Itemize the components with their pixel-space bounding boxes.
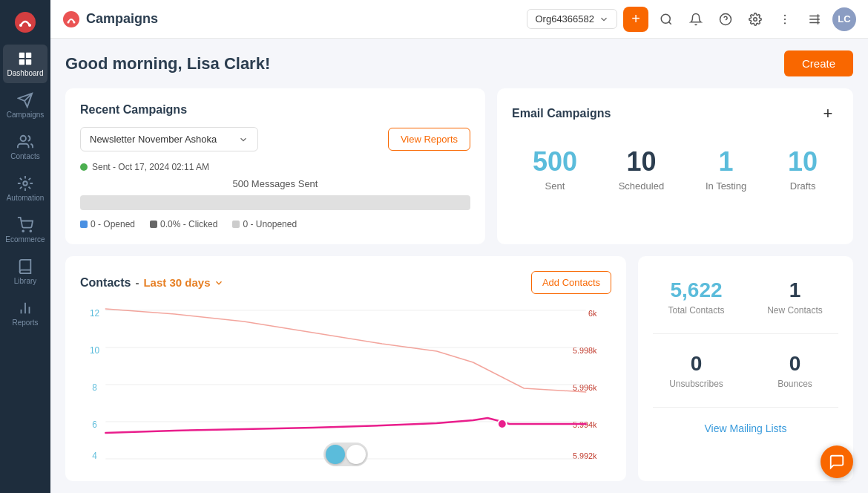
svg-point-23 — [784, 18, 786, 19]
help-button[interactable] — [714, 7, 737, 31]
chat-button[interactable] — [821, 445, 853, 478]
campaign-selector-row: Newsletter November Ashoka View Reports — [80, 127, 470, 151]
contacts-period-selector[interactable]: Last 30 days — [143, 276, 223, 289]
y-label-6: 6 — [92, 419, 97, 430]
create-button[interactable]: Create — [784, 50, 853, 76]
unopened-dot — [232, 221, 240, 228]
svg-point-21 — [754, 17, 757, 21]
email-stat-testing-label: In Testing — [706, 180, 746, 192]
pink-chart-line — [105, 418, 585, 433]
email-stat-scheduled-label: Scheduled — [619, 180, 664, 192]
email-stat-testing-value: 1 — [706, 146, 746, 177]
svg-point-16 — [73, 21, 76, 23]
svg-point-22 — [784, 14, 786, 16]
email-stat-sent: 500 Sent — [533, 146, 577, 192]
campaign-dropdown-value: Newsletter November Ashoka — [90, 134, 217, 145]
total-contacts-value: 5,622 — [653, 278, 740, 302]
svg-point-2 — [28, 24, 31, 27]
recent-campaigns-title: Recent Campaigns — [80, 103, 187, 117]
bell-icon — [689, 13, 703, 26]
sidebar-item-ecommerce[interactable]: Ecommerce — [3, 211, 47, 249]
messages-sent-label: 500 Messages Sent — [80, 178, 470, 189]
page-greeting: Good morning, Lisa Clark! — [65, 54, 270, 74]
contacts-card: Contacts - Last 30 days Add Contacts — [65, 256, 626, 481]
sidebar-item-library[interactable]: Library — [3, 252, 47, 291]
email-campaigns-card: Email Campaigns + 500 Sent 10 Scheduled … — [497, 88, 853, 244]
email-campaigns-add-button[interactable]: + — [818, 103, 838, 124]
email-stat-sent-label: Sent — [533, 180, 577, 192]
unopened-stat: 0 - Unopened — [232, 219, 297, 229]
quick-add-button[interactable]: + — [623, 7, 648, 32]
contacts-stats-grid: 5,622 Total Contacts 1 New Contacts — [653, 271, 838, 323]
view-mailing-lists-button[interactable]: View Mailing Lists — [653, 418, 838, 434]
svg-point-24 — [784, 22, 786, 24]
contacts-stats-grid-2: 0 Unsubscribes 0 Bounces — [653, 345, 838, 396]
email-stat-drafts: 10 Drafts — [788, 146, 818, 192]
clicked-label: 0.0% - Clicked — [160, 219, 217, 229]
settings-button[interactable] — [743, 7, 767, 31]
bounces-label: Bounces — [752, 379, 838, 389]
opened-dot — [80, 221, 88, 228]
app-logo[interactable] — [12, 9, 39, 36]
svg-rect-5 — [19, 59, 24, 65]
top-cards-row: Recent Campaigns Newsletter November Ash… — [65, 88, 853, 244]
org-name: Org64366582 — [535, 13, 594, 25]
new-contacts-label: New Contacts — [752, 305, 838, 316]
email-stat-sent-value: 500 — [533, 146, 577, 177]
dropdown-chevron-icon — [238, 134, 249, 145]
more-options-button[interactable] — [773, 7, 797, 31]
help-icon — [719, 13, 732, 26]
stats-divider-2 — [653, 407, 838, 408]
sidebar-item-dashboard[interactable]: Dashboard — [3, 45, 47, 83]
more-icon — [778, 13, 792, 26]
sidebar-item-library-label: Library — [14, 277, 37, 285]
sidebar-item-contacts-label: Contacts — [10, 152, 39, 160]
view-reports-button[interactable]: View Reports — [388, 128, 470, 151]
new-contacts-value: 1 — [752, 278, 838, 302]
settings-icon — [749, 13, 762, 26]
chart-toggle[interactable] — [323, 443, 368, 466]
sidebar-item-contacts[interactable]: Contacts — [3, 128, 47, 166]
campaign-stats-row: 0 - Opened 0.0% - Clicked 0 - Unopened — [80, 219, 470, 229]
contacts-period-label: Last 30 days — [143, 276, 210, 289]
user-avatar[interactable]: LC — [832, 7, 856, 31]
chevron-down-icon — [599, 14, 609, 25]
svg-point-8 — [23, 181, 27, 186]
page-content: Good morning, Lisa Clark! Create Recent … — [50, 39, 868, 493]
contacts-chart: 12 10 8 6 4 6k 5.998k 5.996k 5.994k 5.99… — [80, 303, 611, 466]
email-stats: 500 Sent 10 Scheduled 1 In Testing 10 Dr… — [512, 146, 838, 192]
sidebar-item-reports[interactable]: Reports — [3, 294, 47, 333]
svg-line-18 — [668, 22, 671, 24]
y-label-12: 12 — [90, 308, 99, 319]
new-contacts-stat: 1 New Contacts — [752, 271, 838, 323]
grid-view-button[interactable] — [803, 7, 826, 31]
svg-point-1 — [19, 24, 22, 27]
total-contacts-label: Total Contacts — [653, 305, 740, 316]
notifications-button[interactable] — [684, 7, 708, 31]
unsubscribes-stat: 0 Unsubscribes — [653, 345, 740, 396]
svg-point-17 — [661, 14, 670, 23]
bounces-stat: 0 Bounces — [752, 345, 838, 396]
recent-campaigns-card: Recent Campaigns Newsletter November Ash… — [65, 88, 485, 244]
org-selector[interactable]: Org64366582 — [527, 9, 617, 29]
svg-rect-3 — [19, 53, 24, 58]
sidebar-item-campaigns[interactable]: Campaigns — [3, 86, 47, 125]
red-chart-line — [105, 309, 585, 392]
campaign-status-text: Sent - Oct 17, 2024 02:11 AM — [92, 162, 209, 172]
toggle-dot-right — [346, 445, 366, 464]
y-label-10: 10 — [90, 345, 99, 356]
search-icon — [660, 13, 673, 26]
opened-stat: 0 - Opened — [80, 219, 135, 229]
sidebar-item-automation[interactable]: Automation — [3, 169, 47, 208]
unsubscribes-label: Unsubscribes — [653, 379, 740, 389]
add-contacts-button[interactable]: Add Contacts — [531, 271, 611, 294]
search-button[interactable] — [654, 7, 678, 31]
campaign-dropdown[interactable]: Newsletter November Ashoka — [80, 127, 258, 151]
progress-bar — [80, 195, 470, 210]
page-header: Good morning, Lisa Clark! Create — [65, 50, 853, 76]
toggle-dot-left — [326, 445, 345, 464]
contacts-stats-card: 5,622 Total Contacts 1 New Contacts 0 Un… — [638, 256, 853, 481]
app-name: Campaigns — [86, 11, 158, 27]
main-content: Campaigns Org64366582 + — [50, 0, 868, 493]
toggle-switch[interactable] — [323, 443, 368, 466]
